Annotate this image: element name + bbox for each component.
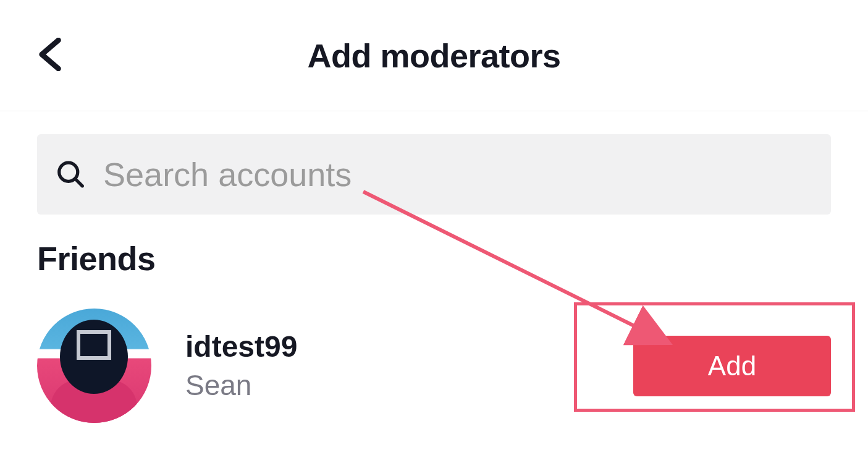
search-bar[interactable] — [37, 134, 831, 215]
display-name: Sean — [185, 368, 633, 402]
page-title: Add moderators — [37, 36, 831, 75]
back-button[interactable] — [37, 38, 65, 74]
content-area: Friends idtest99 Sean Add — [0, 111, 868, 423]
add-button[interactable]: Add — [633, 336, 831, 396]
username: idtest99 — [185, 330, 633, 364]
chevron-left-icon — [37, 38, 65, 71]
header: Add moderators — [0, 0, 868, 111]
friend-row: idtest99 Sean Add — [37, 309, 831, 423]
search-input[interactable] — [103, 155, 811, 194]
avatar[interactable] — [37, 309, 151, 423]
section-title-friends: Friends — [37, 239, 831, 278]
search-icon — [57, 160, 85, 189]
svg-line-1 — [75, 179, 82, 186]
friend-info: idtest99 Sean — [185, 330, 633, 402]
